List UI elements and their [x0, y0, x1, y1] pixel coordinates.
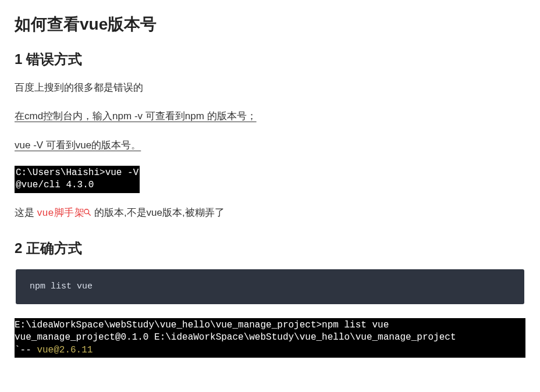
- section-1-step-2: vue -V 可看到vue的版本号。: [15, 137, 525, 153]
- section-1-note: 这是 vue脚手架 的版本,不是vue版本,被糊弄了: [15, 205, 525, 221]
- section-2-heading: 2 正确方式: [15, 237, 525, 259]
- vue-scaffold-link[interactable]: vue脚手架: [37, 207, 91, 218]
- svg-line-1: [88, 213, 91, 216]
- search-icon: [83, 205, 91, 221]
- terminal-output-wrong: C:\Users\Haishi>vue -V @vue/cli 4.3.0: [15, 166, 140, 193]
- section-1-heading: 1 错误方式: [15, 48, 525, 70]
- terminal-line-2: vue_manage_project@0.1.0 E:\ideaWorkSpac…: [15, 332, 456, 343]
- note-suffix: 的版本,不是vue版本,被糊弄了: [91, 207, 225, 218]
- vue-scaffold-link-text: vue脚手架: [37, 207, 84, 218]
- code-block-command: npm list vue: [16, 269, 524, 304]
- section-1-step-1: 在cmd控制台内，输入npm -v 可查看到npm 的版本号；: [15, 108, 525, 124]
- terminal-output-correct: E:\ideaWorkSpace\webStudy\vue_hello\vue_…: [15, 318, 525, 358]
- section-1-intro: 百度上搜到的很多都是错误的: [15, 80, 525, 95]
- note-prefix: 这是: [15, 207, 37, 218]
- terminal-line-3-prefix: `--: [15, 345, 37, 355]
- terminal-line-1: E:\ideaWorkSpace\webStudy\vue_hello\vue_…: [15, 320, 389, 330]
- page-title: 如何查看vue版本号: [15, 12, 525, 38]
- terminal-line-3-result: vue@2.6.11: [37, 345, 93, 355]
